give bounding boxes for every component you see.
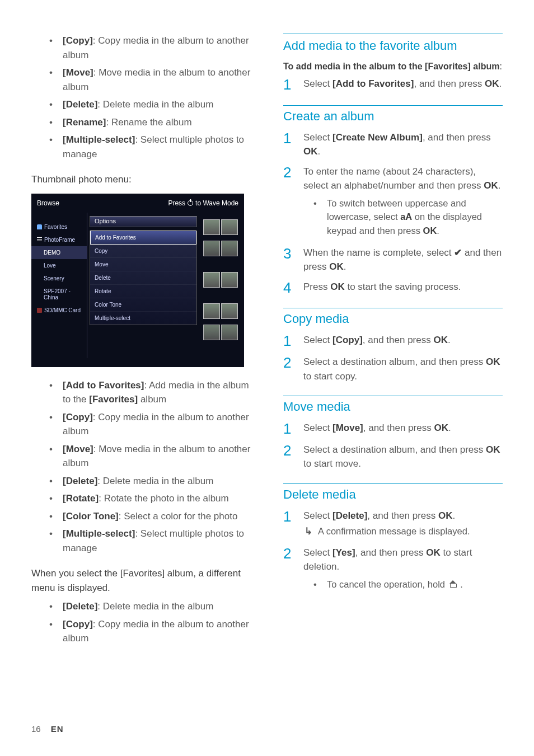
- home-icon: [449, 582, 457, 588]
- ss-options-title: Options: [90, 216, 197, 227]
- result-line: ↳A confirmation message is displayed.: [305, 524, 503, 538]
- step-number: 1: [283, 509, 296, 540]
- item-label: [Rename]: [63, 117, 106, 128]
- screenshot-title: Browse: [37, 199, 59, 207]
- ss-nav-item: Scenery: [31, 272, 87, 285]
- section-heading-copy-media: Copy media: [283, 308, 503, 326]
- section-heading-move-media: Move media: [283, 396, 503, 414]
- step-number: 2: [283, 546, 296, 594]
- list-item: [Delete]: Delete media in the album: [49, 599, 251, 614]
- list-item: [Rename]: Rename the album: [49, 115, 251, 130]
- step: 2 Select a destination album, and then p…: [283, 443, 503, 471]
- item-desc: : Rename the album: [106, 117, 191, 128]
- steps-add-media: 1 Select [Add to Favorites], and then pr…: [283, 77, 503, 93]
- ss-nav-item: SPF2007 -China: [31, 285, 87, 304]
- step: 1 Select [Move], and then press OK.: [283, 421, 503, 437]
- list-initial: [Copy]: Copy media in the album to anoth…: [43, 34, 251, 161]
- arrow-icon: ↳: [305, 524, 312, 538]
- left-column: [Copy]: Copy media in the album to anoth…: [31, 34, 256, 657]
- steps-delete-media: 1 Select [Delete], and then press OK. ↳A…: [283, 509, 503, 594]
- list-item: [Copy]: Copy media in the album to anoth…: [49, 34, 251, 62]
- steps-copy-media: 1 Select [Copy], and then press OK. 2 Se…: [283, 333, 503, 383]
- step-text: Select a destination album, and then pre…: [303, 355, 503, 383]
- right-column: Add media to the favorite album To add m…: [278, 34, 503, 657]
- list-item: [Add to Favorites]: Add media in the alb…: [49, 378, 251, 407]
- list-favorites-menu: [Delete]: Delete media in the album [Cop…: [43, 599, 251, 646]
- step: 2 Select [Yes], and then press OK to sta…: [283, 546, 503, 594]
- step-number: 1: [283, 333, 296, 349]
- ss-option: Copy: [90, 244, 196, 257]
- step: 1 Select [Add to Favorites], and then pr…: [283, 77, 503, 93]
- step-number: 3: [283, 246, 296, 274]
- section-heading-add-media: Add media to the favorite album: [283, 39, 503, 53]
- step-text: Select [Copy], and then press OK.: [303, 333, 503, 349]
- item-desc: : Delete media in the album: [97, 99, 213, 110]
- section-rule: [283, 34, 503, 34]
- thumbnail: [221, 325, 238, 340]
- list-item: [Delete]: Delete media in the album: [49, 474, 251, 489]
- steps-create-album: 1 Select [Create New Album], and then pr…: [283, 130, 503, 296]
- storage-icon: [37, 308, 42, 313]
- thumbnail-menu-title: Thumbnail photo menu:: [31, 172, 251, 187]
- ss-option: Move: [90, 257, 196, 271]
- list-item: [Move]: Move media in the album to anoth…: [49, 442, 251, 471]
- list-item: [Delete]: Delete media in the album: [49, 97, 251, 112]
- substep: To switch between uppercase and lowercas…: [313, 196, 503, 238]
- thumbnail: [221, 272, 238, 288]
- screenshot-options-panel: Options Add to Favorites Copy Move Delet…: [87, 213, 199, 358]
- item-label: [Move]: [63, 67, 93, 78]
- thumbnail: [203, 219, 220, 235]
- step-text: Select [Move], and then press OK.: [303, 421, 503, 437]
- thumbnail: [221, 241, 238, 256]
- step-text: Press OK to start the saving process.: [303, 280, 503, 296]
- power-icon: [188, 200, 193, 206]
- step: 1 Select [Copy], and then press OK.: [283, 333, 503, 349]
- list-icon: [37, 237, 42, 242]
- intro-add-media: To add media in the album to the [Favori…: [283, 60, 503, 73]
- page-number: 16: [31, 724, 41, 734]
- item-label: [Delete]: [63, 99, 97, 110]
- step-text: To enter the name (about 24 characters),…: [303, 165, 503, 240]
- ss-nav-item: Love: [31, 259, 87, 272]
- page-language: EN: [51, 724, 64, 734]
- step-number: 1: [283, 130, 296, 159]
- list-item: [Rotate]: Rotate the photo in the album: [49, 491, 251, 506]
- list-item: [Copy]: Copy media in the album to anoth…: [49, 410, 251, 439]
- thumbnail: [203, 241, 220, 256]
- section-heading-create-album: Create an album: [283, 105, 503, 124]
- item-label: [Copy]: [63, 35, 93, 46]
- step-number: 4: [283, 280, 296, 296]
- step-text: Select [Delete], and then press OK.: [303, 509, 503, 523]
- step: 1 Select [Create New Album], and then pr…: [283, 130, 503, 159]
- ss-option: Rotate: [90, 284, 196, 298]
- list-item: [Multiple-select]: Select multiple photo…: [49, 133, 251, 161]
- step-number: 1: [283, 77, 296, 93]
- ss-nav-item: PhotoFrame: [31, 233, 87, 246]
- steps-move-media: 1 Select [Move], and then press OK. 2 Se…: [283, 421, 503, 471]
- thumbnail: [203, 303, 220, 319]
- ss-nav-item: Favorites: [31, 220, 87, 233]
- thumbnail: [203, 272, 220, 288]
- step-number: 2: [283, 443, 296, 471]
- favorites-note: When you select the [Favorites] album, a…: [31, 566, 251, 595]
- step-number: 2: [283, 355, 296, 383]
- ss-nav-item: DEMO: [31, 246, 87, 259]
- thumbnail: [221, 219, 238, 235]
- step-text: When the name is complete, select ✔ and …: [303, 246, 503, 274]
- step: 1 Select [Delete], and then press OK. ↳A…: [283, 509, 503, 540]
- screenshot-hint: Pressto Wave Mode: [168, 199, 238, 207]
- list-item: [Multiple-select]: Select multiple photo…: [49, 527, 251, 555]
- step: 2 Select a destination album, and then p…: [283, 355, 503, 383]
- step-number: 1: [283, 421, 296, 437]
- screenshot-browse: Browse Pressto Wave Mode Favorites Photo…: [31, 194, 244, 367]
- step-text: Select [Yes], and then press OK to start…: [303, 546, 503, 594]
- step: 4 Press OK to start the saving process.: [283, 280, 503, 296]
- ss-option: Delete: [90, 271, 196, 284]
- substep: To cancel the operation, hold .: [313, 577, 503, 591]
- list-item: [Color Tone]: Select a color for the pho…: [49, 509, 251, 524]
- check-icon: ✔: [454, 247, 462, 258]
- step: 2 To enter the name (about 24 characters…: [283, 165, 503, 240]
- step: 3 When the name is complete, select ✔ an…: [283, 246, 503, 274]
- item-label: [Multiple-select]: [63, 134, 135, 145]
- list-thumbnail-menu: [Add to Favorites]: Add media in the alb…: [43, 378, 251, 556]
